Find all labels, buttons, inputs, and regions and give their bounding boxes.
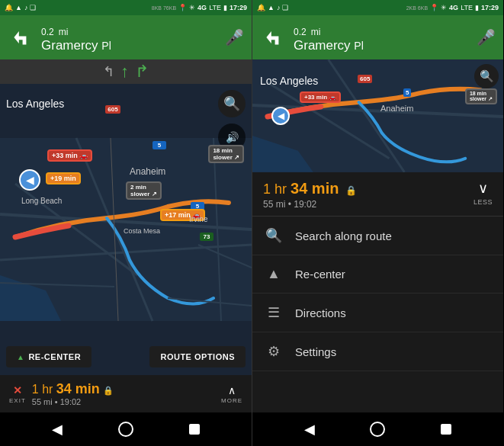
trip-min: 34 min (291, 180, 339, 197)
lock-icon: 🔒 (103, 386, 114, 395)
menu-item-search[interactable]: 🔍 Search along route (252, 217, 503, 255)
lane-guidance-bar: ↰ ↑ ↱ (0, 59, 252, 84)
notification-icon-r: 🔔 (257, 4, 265, 11)
trip-info-left: 1 hr 34 min 🔒 55 mi • 19:02 (32, 381, 215, 406)
trip-eta: 19:02 (60, 397, 82, 406)
lane-arrow-left: ↰ (103, 63, 114, 80)
directions-icon: ☰ (265, 304, 283, 321)
search-along-route-label: Search along route (295, 229, 392, 242)
status-right-icons: 8KB 76KB 📍 ✳ 4G LTE ▮ 17:29 (152, 4, 247, 11)
home-button-left[interactable] (111, 414, 141, 444)
trip-details: 55 mi • 19:02 (32, 397, 215, 406)
recenter-label: RE-CENTER (28, 352, 81, 361)
nav-header-right: 0.2 mi Gramercy Pl 🎤 (252, 15, 503, 59)
exit-button[interactable]: ✕ EXIT (9, 384, 26, 404)
nav-distance: 0.2 mi (41, 21, 219, 38)
location-icon-r: 📍 (430, 4, 438, 11)
menu-item-directions[interactable]: ☰ Directions (252, 294, 503, 332)
maps-icon: ▲ (15, 4, 22, 11)
nav-street-right: Gramercy Pl (294, 38, 470, 53)
traffic-badge-33: +33 min 🚗 (47, 149, 92, 162)
back-button-left[interactable]: ◀ (42, 414, 72, 444)
distance-unit: mi (59, 27, 69, 37)
status-bar-left: 🔔 ▲ ♪ ❏ 8KB 76KB 📍 ✳ 4G LTE ▮ 17:29 (0, 0, 252, 15)
road-shield-5-r: 5 (403, 88, 411, 97)
battery-icon-r: ▮ (475, 4, 479, 11)
nav-distance-right: 0.2 mi (294, 21, 470, 38)
home-circle-r (370, 422, 385, 437)
more-button[interactable]: ∧ MORE (221, 384, 242, 404)
nav-header-left: 0.2 mi Gramercy Pl 🎤 (0, 15, 252, 59)
music-icon-r: ♪ (277, 4, 281, 11)
place-label-irvine: Irvine (189, 215, 207, 223)
nav-street: Gramercy Pl (41, 38, 219, 53)
recenter-menu-label: Re-center (295, 268, 345, 281)
location-icon: 📍 (178, 4, 187, 11)
trip-eta-r: 19:02 (294, 199, 316, 210)
traffic-badge-18: 18 minslower ↗ (208, 145, 244, 163)
status-left-icons: 🔔 ▲ ♪ ❏ (5, 4, 36, 11)
recenter-menu-icon: ▲ (265, 266, 283, 282)
battery-icon: ▮ (223, 4, 227, 11)
place-label-costamesa: Costa Mesa (124, 227, 160, 235)
trip-hr: 1 hr (263, 181, 287, 197)
lte-icon: LTE (209, 4, 221, 11)
map-area-right[interactable]: Los Angeles 605 5 ◀ +33 min 🚗 18 minslow… (252, 59, 503, 172)
status-right-left-icons: 🔔 ▲ ♪ ❏ (257, 4, 288, 11)
search-button-map[interactable]: 🔍 (218, 90, 246, 117)
city-label-right: Los Angeles (260, 75, 318, 87)
mic-icon[interactable]: 🎤 (225, 28, 244, 47)
trip-summary-info: 1 hr 34 min 🔒 55 mi • 19:02 (263, 180, 357, 210)
nav-info: 0.2 mi Gramercy Pl (41, 21, 219, 53)
lane-arrow-right: ↱ (135, 62, 149, 82)
menu-item-recenter[interactable]: ▲ Re-center (252, 255, 503, 294)
street-type-r: Pl (354, 40, 363, 52)
status-right-right-icons: 2KB 6KB 📍 ✳ 4G LTE ▮ 17:29 (406, 4, 499, 11)
trip-distance: 55 mi (32, 397, 53, 406)
trip-separator: • (55, 397, 60, 406)
home-button-right[interactable] (362, 414, 393, 444)
back-button-right[interactable]: ◀ (294, 414, 325, 444)
trip-summary-right: 1 hr 34 min 🔒 55 mi • 19:02 ∨ LESS (252, 172, 503, 217)
place-label-longbeach: Long Beach (21, 197, 62, 205)
trip-sub-info: 55 mi • 19:02 (263, 199, 357, 210)
place-label-anaheim: Anaheim (130, 166, 165, 177)
signal-icon: 4G (197, 4, 207, 11)
recents-button-left[interactable] (179, 414, 210, 444)
notification-icon: 🔔 (5, 4, 13, 11)
lte-icon-r: LTE (461, 4, 473, 11)
road-shield-5a: 5 (152, 141, 166, 149)
search-along-route-icon: 🔍 (265, 227, 283, 244)
search-button-right[interactable]: 🔍 (474, 64, 499, 88)
recenter-icon: ▲ (17, 353, 24, 361)
route-options-button[interactable]: ROUTE OPTIONS (149, 346, 246, 367)
home-circle (118, 422, 133, 437)
turn-arrow (8, 24, 35, 51)
map-action-buttons: ▲ RE-CENTER ROUTE OPTIONS (6, 346, 246, 367)
trip-summary-time: 1 hr 34 min 🔒 (263, 180, 357, 197)
menu-item-settings[interactable]: ⚙ Settings (252, 332, 503, 371)
recenter-button[interactable]: ▲ RE-CENTER (6, 346, 91, 367)
less-button[interactable]: ∨ LESS (474, 180, 493, 206)
left-turn-icon (9, 25, 34, 50)
time-right: 17:29 (481, 4, 499, 11)
less-chevron-icon: ∨ (478, 180, 488, 197)
less-label: LESS (474, 198, 493, 206)
recents-square (189, 424, 200, 435)
recents-square-r (441, 424, 451, 435)
recents-button-right[interactable] (431, 414, 461, 444)
trip-lock-icon: 🔒 (345, 185, 357, 196)
road-shield-605: 605 (105, 105, 120, 114)
traffic-badge-18-r: 18 minslower ↗ (465, 88, 497, 104)
more-chevron-icon: ∧ (228, 384, 236, 396)
street-name: Gramercy (41, 38, 98, 53)
distance-unit-r: mi (311, 27, 321, 37)
map-area-left[interactable]: Los Angeles 🔍 🔊 605 5 5 73 ◀ +33 min 🚗 1… (0, 84, 252, 375)
road-shield-73: 73 (200, 233, 213, 241)
bottom-bar-left: ✕ EXIT 1 hr 34 min 🔒 55 mi • 19:02 ∧ MOR… (0, 375, 252, 412)
bluetooth-icon: ✳ (189, 4, 195, 11)
lane-arrow-straight: ↑ (120, 62, 129, 82)
mic-icon-right[interactable]: 🎤 (477, 28, 496, 47)
settings-icon: ⚙ (265, 343, 283, 360)
time-left: 17:29 (230, 4, 247, 11)
